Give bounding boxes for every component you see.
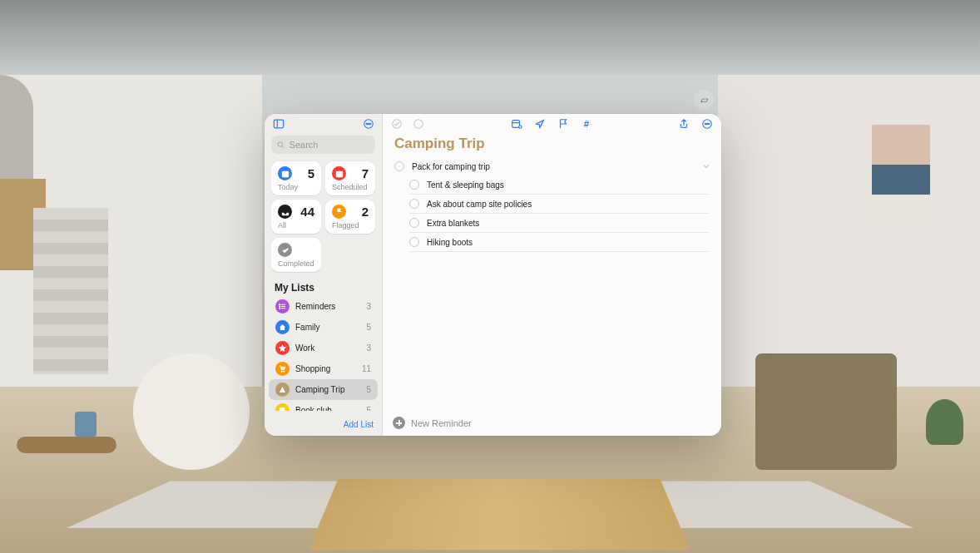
flagged-count: 2 (362, 205, 369, 219)
tray-icon (278, 205, 292, 219)
list-name: Work (295, 343, 360, 353)
annotation-callout-icon: ▱ (694, 90, 714, 110)
list-name: Reminders (295, 302, 360, 311)
svg-rect-0 (274, 120, 283, 128)
calendar-today-icon (278, 166, 292, 180)
list-item-work[interactable]: Work 3 (269, 338, 378, 358)
all-count: 44 (300, 205, 314, 219)
list-name: Camping Trip (295, 385, 360, 394)
add-location-icon[interactable] (534, 118, 546, 130)
share-icon[interactable] (678, 118, 690, 130)
lists-container: Reminders 3 Family 5 Work 3 Shopping 11 … (265, 296, 382, 411)
flag-icon (332, 205, 346, 219)
reminder-text: Extra blankets (427, 219, 479, 228)
scheduled-label: Scheduled (332, 183, 369, 191)
smart-list-all[interactable]: 44 All (271, 200, 321, 234)
svg-rect-8 (281, 170, 288, 177)
reminder-checkbox[interactable] (409, 237, 419, 247)
svg-point-27 (705, 123, 705, 124)
smart-list-scheduled[interactable]: 7 Scheduled (325, 161, 375, 195)
svg-point-13 (280, 304, 280, 305)
cart-icon (275, 362, 290, 376)
reminder-item[interactable]: Hiking boots (409, 233, 710, 252)
svg-point-4 (368, 123, 369, 124)
add-date-icon[interactable] (511, 118, 522, 130)
today-label: Today (278, 183, 314, 191)
reminder-item[interactable]: Extra blankets (409, 214, 710, 233)
reminders-window: 5 Today 7 Scheduled 44 All (265, 114, 721, 436)
toggle-sidebar-icon[interactable] (272, 118, 285, 131)
scheduled-count: 7 (362, 166, 369, 180)
svg-point-3 (366, 123, 367, 124)
svg-point-19 (414, 120, 423, 129)
list-item-shopping[interactable]: Shopping 11 (269, 358, 378, 379)
reminder-checkbox[interactable] (409, 218, 419, 228)
reminder-text: Ask about camp site policies (427, 200, 532, 209)
new-reminder-plus-icon[interactable] (393, 417, 405, 429)
add-list-button[interactable]: Add List (344, 420, 374, 429)
list-item-camping-trip[interactable]: Camping Trip 5 (269, 379, 378, 400)
reminders-list: Pack for camping trip Tent & sleeping ba… (383, 157, 721, 252)
reminder-parent-item[interactable]: Pack for camping trip (394, 157, 710, 175)
list-item-reminders[interactable]: Reminders 3 (269, 296, 378, 317)
search-field[interactable] (271, 136, 375, 154)
chevron-down-icon[interactable] (701, 161, 711, 171)
list-count: 5 (366, 385, 371, 394)
view-toggle-icon[interactable] (391, 118, 403, 130)
house-icon (275, 320, 290, 334)
smart-lists-grid: 5 Today 7 Scheduled 44 All (265, 157, 382, 276)
my-lists-header: My Lists (265, 276, 382, 296)
svg-point-28 (706, 123, 707, 124)
svg-point-29 (709, 123, 710, 124)
completed-label: Completed (278, 259, 314, 268)
all-label: All (278, 221, 314, 230)
smart-list-today[interactable]: 5 Today (271, 161, 321, 195)
list-name: Family (295, 323, 360, 332)
search-icon (277, 141, 285, 150)
sidebar: 5 Today 7 Scheduled 44 All (265, 114, 383, 436)
list-count: 5 (366, 323, 371, 332)
list-item-family[interactable]: Family 5 (269, 317, 378, 338)
reminder-text: Pack for camping trip (412, 162, 490, 171)
add-tag-icon[interactable]: # (581, 118, 592, 130)
svg-point-5 (369, 123, 370, 124)
search-input[interactable] (290, 140, 369, 150)
svg-point-15 (280, 308, 280, 309)
add-flag-icon[interactable] (557, 118, 569, 130)
svg-text:#: # (583, 119, 589, 129)
calendar-scheduled-icon (332, 166, 346, 180)
select-icon[interactable] (413, 118, 424, 130)
reminder-checkbox[interactable] (409, 199, 419, 209)
reminder-checkbox[interactable] (409, 180, 419, 190)
more-options-icon[interactable] (362, 118, 374, 131)
reminder-text: Hiking boots (427, 238, 473, 247)
svg-point-17 (284, 371, 285, 372)
smart-list-flagged[interactable]: 2 Flagged (325, 200, 375, 234)
list-count: 3 (366, 343, 371, 353)
svg-point-16 (281, 371, 282, 372)
list-item-book-club[interactable]: Book club 5 (269, 400, 378, 411)
reminder-item[interactable]: Ask about camp site policies (409, 195, 710, 214)
reminder-checkbox[interactable] (394, 161, 404, 171)
svg-rect-9 (335, 170, 342, 177)
check-icon (278, 243, 292, 257)
reminder-item[interactable]: Tent & sleeping bags (409, 175, 710, 195)
star-icon (275, 341, 290, 355)
today-count: 5 (308, 166, 314, 180)
content-more-icon[interactable] (701, 118, 713, 130)
smart-list-completed[interactable]: Completed (271, 238, 321, 272)
svg-point-14 (280, 306, 280, 307)
book-icon (275, 403, 290, 411)
list-bullet-icon (275, 299, 290, 314)
svg-rect-20 (512, 121, 519, 128)
tent-icon (275, 383, 290, 397)
flagged-label: Flagged (332, 221, 369, 230)
new-reminder-button[interactable]: New Reminder (411, 418, 472, 428)
svg-line-7 (282, 146, 284, 147)
list-title: Camping Trip (383, 132, 721, 157)
list-count: 3 (366, 302, 371, 311)
list-name: Shopping (295, 364, 356, 373)
svg-point-18 (393, 120, 402, 129)
content-toolbar: # (383, 114, 721, 132)
reminder-sublist: Tent & sleeping bags Ask about camp site… (394, 175, 710, 252)
